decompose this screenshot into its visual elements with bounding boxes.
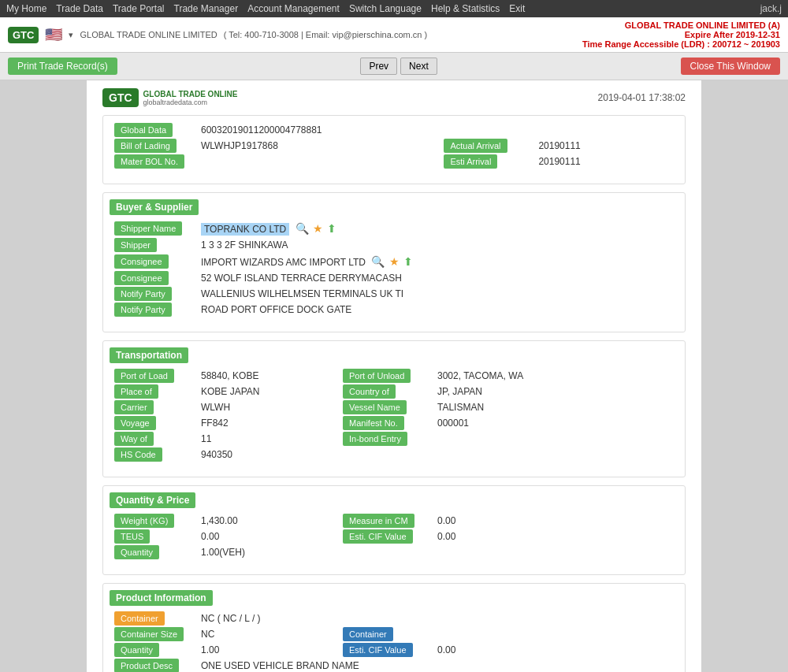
place-of-label: Place of xyxy=(114,384,158,399)
port-unload-value: 3002, TACOMA, WA xyxy=(433,368,678,384)
esti-cif-blue-label: Esti. CIF Value xyxy=(343,643,413,657)
search-icon[interactable]: 🔍 xyxy=(296,222,309,235)
bill-of-lading-value: WLWHJP1917868 xyxy=(196,138,439,154)
weight-kg-label: Weight (KG) xyxy=(114,514,174,528)
global-data-section: Global Data 60032019011200004778881 Bill… xyxy=(102,115,686,184)
nav-exit[interactable]: Exit xyxy=(509,3,525,14)
consignee-name-value: IMPORT WIZARDS AMC IMPORT LTD 🔍 ★ ⬆ xyxy=(196,253,678,270)
upload-icon[interactable]: ⬆ xyxy=(327,222,336,235)
container-orange-value: NC ( NC / L / ) xyxy=(196,611,678,626)
product-quantity-label: Quantity xyxy=(114,643,159,657)
doc-header: GTC GLOBAL TRADE ONLINE globaltradedata.… xyxy=(102,88,686,107)
notify-party-1-value: WALLENIUS WILHELMSEN TERMINALS UK TI xyxy=(196,286,678,302)
notify-party-2-label: Notify Party xyxy=(114,303,172,317)
consignee-addr-label: Consignee xyxy=(114,271,169,285)
shipper-value: 1 3 3 2F SHINKAWA xyxy=(196,237,678,253)
prev-button-top[interactable]: Prev xyxy=(360,58,397,75)
global-data-label: Global Data xyxy=(114,123,173,137)
quantity-price-table: Weight (KG) 1,430.00 Measure in CM 0.00 … xyxy=(110,513,678,560)
in-bond-entry-value xyxy=(433,431,678,447)
transportation-header: Transportation xyxy=(110,347,188,363)
print-button-top[interactable]: Print Trade Record(s) xyxy=(8,58,117,75)
weight-kg-value: 1,430.00 xyxy=(196,513,338,529)
voyage-value: FF842 xyxy=(196,415,338,431)
product-info-section: Product Information Container NC ( NC / … xyxy=(102,583,686,672)
flag-icon: 🇺🇸 xyxy=(45,26,62,43)
close-button-top[interactable]: Close This Window xyxy=(681,58,780,75)
port-load-value: 58840, KOBE xyxy=(196,368,338,384)
nav-help-statistics[interactable]: Help & Statistics xyxy=(431,3,500,14)
buyer-supplier-table: Shipper Name TOPRANK CO LTD 🔍 ★ ⬆ Shippe… xyxy=(110,220,678,317)
teus-value: 0.00 xyxy=(196,529,338,544)
vessel-name-value: TALISMAN xyxy=(433,399,678,415)
nav-trade-data[interactable]: Trade Data xyxy=(56,3,103,14)
star-icon-2[interactable]: ★ xyxy=(389,255,400,268)
doc-brand-sub: globaltradedata.com xyxy=(143,98,238,106)
transportation-section: Transportation Port of Load 58840, KOBE … xyxy=(102,340,686,477)
shipper-label: Shipper xyxy=(114,238,157,252)
doc-datetime: 2019-04-01 17:38:02 xyxy=(598,92,686,103)
esti-cif-value-1: 0.00 xyxy=(433,529,678,544)
quantity-value: 1.00(VEH) xyxy=(196,544,338,560)
bill-of-lading-label: Bill of Lading xyxy=(114,139,177,153)
top-navigation: My Home Trade Data Trade Portal Trade Ma… xyxy=(0,0,788,17)
star-icon[interactable]: ★ xyxy=(313,222,323,235)
product-info-header: Product Information xyxy=(110,590,213,606)
consignee-name-label: Consignee xyxy=(114,254,169,269)
in-bond-entry-label: In-bond Entry xyxy=(343,432,407,446)
doc-logo-text: GTC xyxy=(109,91,132,104)
product-info-table: Container NC ( NC / L / ) Container Size… xyxy=(110,611,678,672)
header-contact: ( Tel: 400-710-3008 | Email: vip@piersch… xyxy=(224,30,427,39)
action-bar-top: Print Trade Record(s) Prev Next Close Th… xyxy=(0,53,788,80)
next-button-top[interactable]: Next xyxy=(400,58,437,75)
upload-icon-2[interactable]: ⬆ xyxy=(403,255,413,268)
shipper-name-highlight: TOPRANK CO LTD xyxy=(201,223,289,236)
search-icon-2[interactable]: 🔍 xyxy=(371,255,385,268)
nav-my-home[interactable]: My Home xyxy=(6,3,46,14)
consignee-addr-value: 52 WOLF ISLAND TERRACE DERRYMACASH xyxy=(196,270,678,286)
esti-arrival-label: Esti Arrival xyxy=(444,154,497,169)
nav-switch-language[interactable]: Switch Language xyxy=(349,3,422,14)
global-data-value: 60032019011200004778881 xyxy=(196,122,678,138)
container-orange-label: Container xyxy=(114,611,165,626)
doc-logo-box: GTC xyxy=(102,88,139,107)
notify-party-2-value: ROAD PORT OFFICE DOCK GATE xyxy=(196,302,678,317)
logo: GTC xyxy=(8,27,39,43)
notify-party-1-label: Notify Party xyxy=(114,287,172,301)
global-data-table: Global Data 60032019011200004778881 Bill… xyxy=(110,122,678,169)
container-blue-value xyxy=(433,626,678,642)
place-of-value: KOBE JAPAN xyxy=(196,384,338,399)
doc-brand: GLOBAL TRADE ONLINE xyxy=(143,90,238,98)
shipper-name-label: Shipper Name xyxy=(114,221,182,236)
hs-code-label: HS Code xyxy=(114,447,162,462)
country-of-value: JP, JAPAN xyxy=(433,384,678,399)
quantity-price-header: Quantity & Price xyxy=(110,492,195,508)
product-desc-label: Product Desc xyxy=(114,659,179,672)
port-unload-label: Port of Unload xyxy=(343,369,411,383)
master-bol-value xyxy=(196,154,439,169)
header-divider: ▾ xyxy=(69,30,73,40)
carrier-value: WLWH xyxy=(196,399,338,415)
product-quantity-value: 1.00 xyxy=(196,642,338,658)
nav-trade-portal[interactable]: Trade Portal xyxy=(113,3,165,14)
logo-text: GTC xyxy=(13,29,34,41)
product-desc-value: ONE USED VEHICLE BRAND NAME xyxy=(196,658,678,672)
shipper-name-value: TOPRANK CO LTD 🔍 ★ ⬆ xyxy=(196,220,678,237)
buyer-supplier-header: Buyer & Supplier xyxy=(110,199,199,215)
main-document: GTC GLOBAL TRADE ONLINE globaltradedata.… xyxy=(87,80,701,672)
actual-arrival-value: 20190111 xyxy=(533,138,678,154)
master-bol-label: Mater BOL No. xyxy=(114,154,184,169)
time-range: Time Range Accessible (LDR) : 200712 ~ 2… xyxy=(582,39,780,49)
doc-logo: GTC GLOBAL TRADE ONLINE globaltradedata.… xyxy=(102,88,237,107)
esti-cif-blue-value: 0.00 xyxy=(433,642,678,658)
nav-trade-manager[interactable]: Trade Manager xyxy=(174,3,239,14)
way-of-label: Way of xyxy=(114,432,154,446)
buyer-supplier-section: Buyer & Supplier Shipper Name TOPRANK CO… xyxy=(102,192,686,332)
measure-cm-label: Measure in CM xyxy=(343,514,414,528)
header-company: GLOBAL TRADE ONLINE LIMITED xyxy=(80,30,217,39)
carrier-label: Carrier xyxy=(114,400,154,414)
port-load-label: Port of Load xyxy=(114,369,174,383)
user-name: jack.j xyxy=(760,3,782,14)
nav-account-management[interactable]: Account Management xyxy=(247,3,340,14)
brand-name: GLOBAL TRADE ONLINE LIMITED (A) xyxy=(582,20,780,30)
